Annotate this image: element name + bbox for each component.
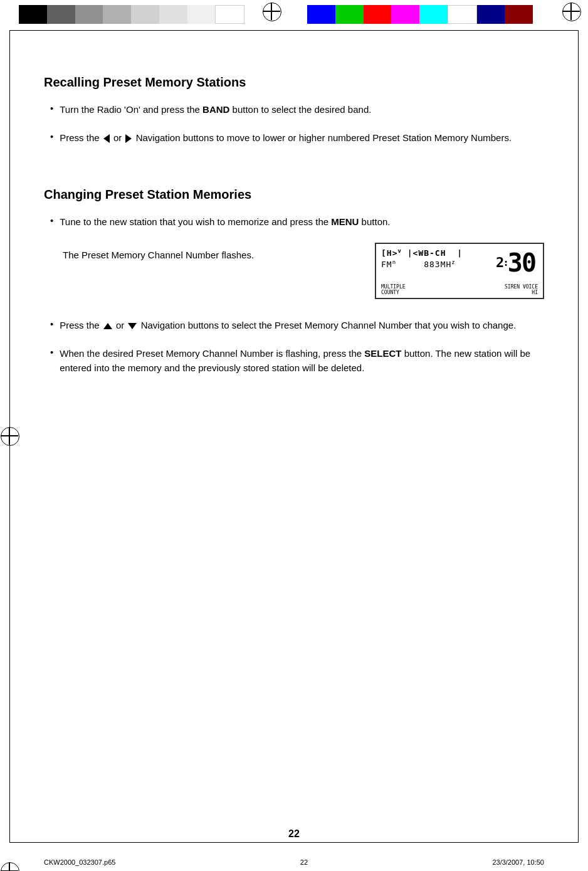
reg-mark-top-left (262, 2, 281, 21)
section1-bullet1: • Turn the Radio 'On' and press the BAND… (44, 102, 544, 117)
display-colon: : (503, 256, 508, 268)
section2-bullet2: • Press the or Navigation buttons to sel… (44, 318, 544, 332)
display-label-left: MULTIPLECOUNTY (381, 284, 406, 295)
cb-seg (103, 5, 131, 24)
menu-bold: MENU (331, 216, 359, 227)
section1-bullet2: • Press the or Navigation buttons to mov… (44, 130, 544, 145)
display-screen: [H>v |<WB-CH | FMn 883MHz 2:30 MULTIPLEC… (375, 243, 544, 299)
section1-title: Recalling Preset Memory Stations (44, 75, 544, 90)
main-content: Recalling Preset Memory Stations • Turn … (0, 34, 588, 427)
cb-seg (159, 5, 187, 24)
section-gap (44, 159, 544, 187)
bullet-dot: • (50, 347, 53, 357)
section2-bullet2-text: Press the or Navigation buttons to selec… (60, 318, 516, 332)
top-bar-area (0, 0, 588, 34)
or-text2: or (116, 320, 124, 330)
cb-seg (47, 5, 75, 24)
cb-seg (335, 5, 364, 24)
display-label-right: SIREN VOICEHI (505, 284, 538, 295)
cb-seg (391, 5, 419, 24)
cb-seg (307, 5, 335, 24)
color-bar-right (307, 5, 533, 24)
section2-bullet1-text: Tune to the new station that you wish to… (60, 214, 390, 229)
bullet-dot: • (50, 319, 53, 329)
bullet-dot: • (50, 131, 53, 142)
color-bar-left (19, 5, 244, 24)
display-large-num: 2:30 (496, 249, 535, 275)
nav-arrow-down-icon (128, 323, 137, 329)
bullet-dot: • (50, 103, 53, 113)
cb-seg (364, 5, 392, 24)
display-label: The Preset Memory Channel Number flashes… (63, 243, 375, 262)
reg-mark-top-right (562, 2, 580, 21)
section2-bullet3-text: When the desired Preset Memory Channel N… (60, 346, 544, 376)
cb-seg (131, 5, 159, 24)
section2-bullet1: • Tune to the new station that you wish … (44, 214, 544, 229)
display-row: The Preset Memory Channel Number flashes… (63, 243, 544, 299)
nav-arrow-right-icon (125, 134, 132, 143)
select-bold: SELECT (364, 348, 401, 359)
display-fm-text: FMn 883MHz (381, 259, 456, 269)
cb-seg (448, 5, 477, 24)
band-bold: BAND (202, 104, 229, 115)
bullet-dot: • (50, 215, 53, 226)
section1-bullet1-text: Turn the Radio 'On' and press the BAND b… (60, 102, 371, 117)
page-border-top (9, 30, 579, 31)
page-footer: CKW2000_032307.p65 22 23/3/2007, 10:50 (0, 858, 588, 866)
section1-bullet2-text: Press the or Navigation buttons to move … (60, 130, 512, 145)
section2-title: Changing Preset Station Memories (44, 187, 544, 202)
cb-seg (215, 5, 244, 24)
page-border-right (578, 30, 579, 843)
cb-seg (187, 5, 216, 24)
cb-seg (505, 5, 533, 24)
nav-arrow-left-icon (103, 134, 110, 143)
or-text: or (113, 132, 122, 143)
display-bottom-labels: MULTIPLECOUNTY SIREN VOICEHI (381, 282, 538, 295)
cb-seg (75, 5, 103, 24)
cb-seg (419, 5, 448, 24)
footer-left: CKW2000_032307.p65 (44, 858, 115, 866)
footer-right: 23/3/2007, 10:50 (492, 858, 544, 866)
display-small-num: 2 (496, 254, 503, 270)
display-big-num: 30 (508, 248, 535, 277)
cb-seg (19, 5, 47, 24)
footer-center: 22 (300, 858, 308, 866)
cb-seg (477, 5, 505, 24)
page-number: 22 (0, 828, 588, 840)
nav-arrow-up-icon (103, 323, 112, 329)
page-border-bottom (9, 842, 579, 843)
section2-bullet3: • When the desired Preset Memory Channel… (44, 346, 544, 376)
display-ch-text: [H>v |<WB-CH | (381, 248, 463, 258)
